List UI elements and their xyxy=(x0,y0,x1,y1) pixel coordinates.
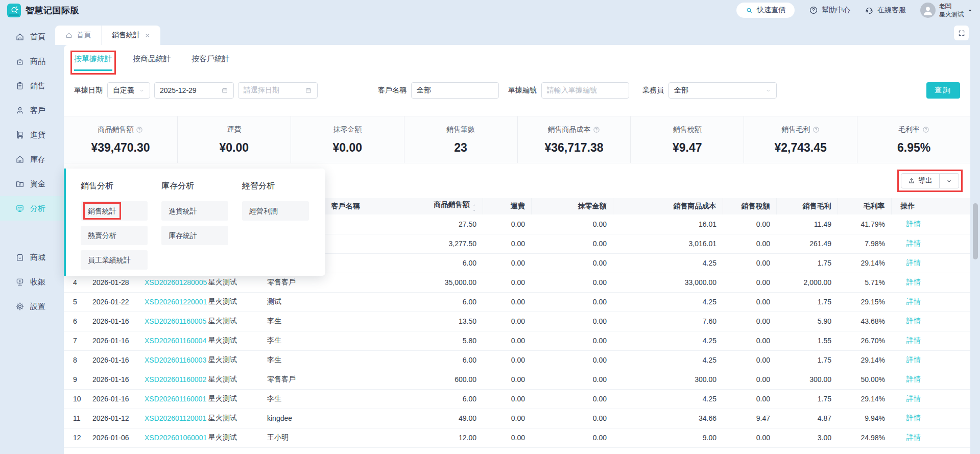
date-from-input[interactable]: 2025-12-29 xyxy=(154,82,234,99)
order-no-link[interactable]: XSD202601160004 xyxy=(145,337,206,345)
cell-salesman: 星火测试 xyxy=(199,428,258,447)
order-no-link[interactable]: XSD202601160002 xyxy=(145,375,206,384)
detail-link[interactable]: 詳情 xyxy=(906,278,921,286)
sidebar-item-customers[interactable]: 客戶 xyxy=(0,98,64,123)
detail-link[interactable]: 詳情 xyxy=(906,433,921,441)
order-no-link[interactable]: XSD202601120001 xyxy=(145,414,206,422)
stat-gross_profit: 銷售毛利¥2,743.45 xyxy=(744,116,857,163)
date-to-input[interactable]: 請選擇日期 xyxy=(238,82,318,99)
detail-link[interactable]: 詳情 xyxy=(906,297,921,305)
cell-action: 詳情 xyxy=(891,234,970,253)
cell-tax: 0.00 xyxy=(723,312,776,331)
date-mode-select[interactable]: 自定義 xyxy=(107,82,150,99)
detail-link[interactable]: 詳情 xyxy=(906,414,921,422)
sidebar-item-goods[interactable]: 商品 xyxy=(0,49,64,74)
detail-link[interactable]: 詳情 xyxy=(906,394,921,402)
detail-link[interactable]: 詳情 xyxy=(906,355,921,364)
sidebar-item-label: 商品 xyxy=(30,57,45,66)
close-icon[interactable] xyxy=(145,33,150,38)
sidebar-item-inventory[interactable]: 庫存 xyxy=(0,147,64,172)
cell-action: 詳情 xyxy=(891,350,970,370)
export-options-button[interactable] xyxy=(940,173,959,188)
sidebar-item-funds[interactable]: 資金 xyxy=(0,172,64,196)
subtab-0[interactable]: 按單據統計 xyxy=(74,54,112,71)
sidebar-item-label: 銷售 xyxy=(30,81,45,91)
user-menu[interactable]: 老闆 星火测试 xyxy=(920,2,973,18)
order-no-link[interactable]: XSD202601160001 xyxy=(145,395,206,403)
sort-icon[interactable] xyxy=(472,203,476,212)
sidebar-item-label: 庫存 xyxy=(30,155,45,164)
home-icon xyxy=(15,32,25,41)
vertical-scrollbar-thumb[interactable] xyxy=(973,203,978,259)
bag-icon xyxy=(15,57,25,66)
subtab-2[interactable]: 按客戶統計 xyxy=(192,54,230,71)
cell-sales_amount: 49.00 xyxy=(324,409,483,428)
order-no-link[interactable]: XSD202601220001 xyxy=(145,298,207,306)
menu-item[interactable]: 銷售統計 xyxy=(81,201,148,221)
customer-filter-label: 客戶名稱 xyxy=(378,86,407,95)
help-center-button[interactable]: 幫助中心 xyxy=(809,6,850,15)
stats-bar: 商品銷售額¥39,470.30運費¥0.00抹零金額¥0.00銷售筆數23銷售商… xyxy=(64,116,970,163)
menu-item[interactable]: 進貨統計 xyxy=(161,201,228,221)
export-button[interactable]: 導出 xyxy=(901,173,940,188)
cell-freight: 0.00 xyxy=(483,312,531,331)
cell-freight: 0.00 xyxy=(483,428,531,447)
cell-gross_profit: 261.49 xyxy=(776,234,838,253)
quick-quote-label: 快速查價 xyxy=(757,6,785,15)
cell-seq: 12 xyxy=(64,428,83,447)
salesman-select[interactable]: 全部 xyxy=(668,82,777,99)
cell-rounding: 0.00 xyxy=(531,273,613,292)
user-name: 星火测试 xyxy=(939,10,964,18)
subtab-1[interactable]: 按商品統計 xyxy=(133,54,171,71)
cell-order_no: XSD202601220001 xyxy=(135,292,199,312)
search-button[interactable]: 查詢 xyxy=(926,82,960,99)
cell-seq: 9 xyxy=(64,370,83,389)
menu-item[interactable]: 員工業績統計 xyxy=(81,250,148,270)
cell-margin: 7.98% xyxy=(838,234,891,253)
menu-item[interactable]: 庫存統計 xyxy=(161,226,228,245)
menu-group-title: 庫存分析 xyxy=(161,181,228,192)
order-no-link[interactable]: XSD202601160005 xyxy=(145,317,206,325)
cell-cost: 16.01 xyxy=(613,214,723,234)
customer-input[interactable]: 全部 xyxy=(411,82,499,99)
order-no-link[interactable]: XSD202601060001 xyxy=(145,434,207,442)
cell-date: 2026-01-16 xyxy=(83,389,135,409)
cell-gross_profit: 1.75 xyxy=(776,350,838,370)
topbar: 智慧记国际版 快速查價 幫助中心 在線客服 老闆 星火测试 xyxy=(0,0,980,20)
salesman-filter-label: 業務員 xyxy=(642,86,664,95)
help-circle-icon xyxy=(922,126,929,133)
sidebar-item-label: 進貨 xyxy=(30,130,45,140)
cell-rounding: 0.00 xyxy=(531,253,613,273)
cell-action: 詳情 xyxy=(891,273,970,292)
chevron-down-icon xyxy=(139,88,145,93)
sidebar-item-mall[interactable]: 商城 xyxy=(0,245,64,270)
detail-link[interactable]: 詳情 xyxy=(906,258,921,267)
tab-sales-statistics[interactable]: 銷售統計 xyxy=(101,26,160,45)
menu-item[interactable]: 熱賣分析 xyxy=(81,226,148,245)
quick-quote-button[interactable]: 快速查價 xyxy=(736,3,795,18)
sidebar-item-home[interactable]: 首頁 xyxy=(0,25,64,49)
sidebar-item-cashier[interactable]: 收銀 xyxy=(0,270,64,294)
detail-link[interactable]: 詳情 xyxy=(906,336,921,344)
detail-link[interactable]: 詳情 xyxy=(906,317,921,325)
online-service-button[interactable]: 在線客服 xyxy=(865,6,906,15)
sidebar-item-settings[interactable]: 設置 xyxy=(0,294,64,319)
cell-gross_profit: 3.00 xyxy=(776,428,838,447)
sidebar-item-analysis[interactable]: 分析 xyxy=(0,196,64,221)
menu-item[interactable]: 經營利潤 xyxy=(242,201,309,221)
cell-freight: 0.00 xyxy=(483,253,531,273)
detail-link[interactable]: 詳情 xyxy=(906,375,921,383)
detail-link[interactable]: 詳情 xyxy=(906,220,921,228)
cell-freight: 0.00 xyxy=(483,409,531,428)
order-no-input[interactable]: 請輸入單據編號 xyxy=(541,82,629,99)
table-row: 122026-01-06XSD202601060001星火测试王小明12.000… xyxy=(64,428,970,447)
sidebar-item-sales[interactable]: 銷售 xyxy=(0,74,64,98)
column-header-freight: 運費 xyxy=(483,198,531,214)
order-no-link[interactable]: XSD202601160003 xyxy=(145,356,206,364)
order-no-link[interactable]: XSD202601280005 xyxy=(145,278,207,286)
cell-freight: 0.00 xyxy=(483,292,531,312)
detail-link[interactable]: 詳情 xyxy=(906,239,921,247)
fullscreen-button[interactable] xyxy=(954,26,969,40)
sidebar-item-purchase[interactable]: 進貨 xyxy=(0,123,64,147)
cell-freight: 0.00 xyxy=(483,331,531,350)
